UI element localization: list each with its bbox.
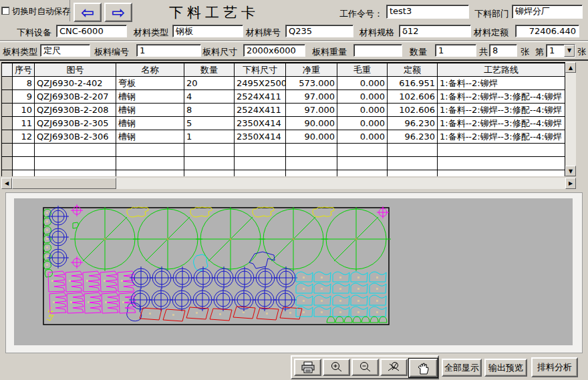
- separator-groove: [0, 40, 588, 42]
- blue-blob-part: [127, 303, 142, 321]
- header-divider: [69, 0, 70, 21]
- output-preview-button[interactable]: 输出预览: [484, 359, 527, 377]
- zoom-out-icon: [358, 361, 373, 373]
- col-drawing-no[interactable]: 图号: [35, 63, 116, 77]
- zoom-window-icon: [387, 361, 402, 373]
- nesting-analysis-button[interactable]: 排料分析: [531, 357, 578, 377]
- arrow-left-icon: ⇦: [81, 5, 94, 21]
- scroll-right-button[interactable]: ▶: [565, 178, 576, 189]
- print-icon: [301, 361, 315, 373]
- department-label: 下料部门: [474, 8, 509, 20]
- pan-hand-icon: [416, 362, 431, 375]
- plate-weight-input[interactable]: [353, 44, 402, 57]
- plate-type-input[interactable]: 定尺: [40, 44, 90, 57]
- plate-no-input[interactable]: 1: [136, 44, 201, 57]
- current-sheet-combo[interactable]: 1 ▼: [546, 44, 575, 57]
- material-quota-label: 材料定额: [474, 27, 508, 39]
- department-input[interactable]: 铆焊分厂: [512, 5, 583, 19]
- table-row[interactable]: 11 QZJ6930B-2-305 槽钢 5 2350X414 90.000 0…: [2, 117, 565, 130]
- material-grade-input[interactable]: Q235: [285, 25, 353, 37]
- combo-dropdown-button[interactable]: ▼: [564, 45, 575, 57]
- autosave-checkbox[interactable]: [1, 7, 9, 15]
- scroll-left-button[interactable]: ◀: [1, 178, 12, 189]
- zoom-window-button[interactable]: [380, 359, 408, 376]
- pan-button[interactable]: [409, 359, 438, 377]
- hscroll-track[interactable]: [116, 178, 565, 189]
- table-hscrollbar[interactable]: ◀ ▶: [1, 178, 576, 189]
- table-row[interactable]: 12 QZJ6930B-2-306 槽钢 1 2350X414 90.000 0…: [2, 130, 565, 144]
- chevron-down-icon: ▼: [567, 45, 571, 56]
- work-order-label: 工作令号：: [339, 8, 383, 20]
- magenta-comb-parts: [48, 271, 136, 313]
- plate-no-label: 板料编号: [94, 46, 129, 58]
- col-route[interactable]: 工艺路线: [438, 63, 565, 77]
- vscroll-track[interactable]: [565, 73, 576, 166]
- left-green-scallop-parts: [43, 209, 78, 277]
- green-bump-parts: [327, 317, 387, 323]
- device-label: 下料设备: [17, 27, 51, 39]
- total-sheets-label: 共: [479, 46, 488, 58]
- arrow-right-icon: ⇨: [112, 5, 125, 21]
- zoom-out-button[interactable]: [351, 359, 379, 376]
- arrow-left-small-icon: ◀: [5, 180, 9, 186]
- large-circle-parts: [70, 207, 391, 271]
- zoom-in-button[interactable]: [323, 359, 350, 376]
- blue-wavy-part: [249, 252, 275, 268]
- current-sheet-label: 第: [535, 46, 544, 58]
- arrow-down-icon: ▼: [569, 168, 573, 174]
- work-order-input[interactable]: test3: [386, 5, 469, 19]
- material-spec-label: 材料规格: [359, 27, 394, 39]
- print-button[interactable]: [294, 359, 321, 376]
- scroll-up-button[interactable]: ▲: [565, 62, 576, 73]
- hscroll-thumb[interactable]: [12, 178, 116, 189]
- material-quota-input[interactable]: 72406.440: [515, 25, 579, 37]
- col-net-weight[interactable]: 净重: [286, 63, 337, 77]
- total-sheets-input[interactable]: 8: [489, 44, 517, 57]
- arrow-up-icon: ▲: [569, 65, 573, 71]
- view-toolbar: [291, 355, 439, 379]
- material-spec-input[interactable]: δ12: [399, 25, 471, 37]
- table-row[interactable]: 8 QZJ6930-2-402 弯板 20 2495X2500 573.000 …: [2, 77, 565, 90]
- prev-record-button[interactable]: ⇦: [74, 3, 102, 22]
- plate-type-label: 板料类型: [3, 46, 37, 58]
- page-title: 下料工艺卡: [169, 3, 259, 22]
- scroll-down-button[interactable]: ▼: [565, 166, 576, 176]
- next-record-button[interactable]: ⇨: [104, 3, 132, 22]
- nesting-canvas[interactable]: [14, 198, 573, 345]
- row-selector-header: [2, 63, 13, 77]
- plate-weight-label: 板料重量: [312, 46, 347, 58]
- plate-size-input[interactable]: 2000x6000: [243, 44, 305, 57]
- col-seq[interactable]: 序号: [13, 63, 35, 77]
- col-qty[interactable]: 数量: [184, 63, 235, 77]
- table-vscrollbar[interactable]: ▲ ▼: [565, 62, 576, 176]
- table-empty-row[interactable]: [2, 144, 565, 157]
- parts-table: 序号 图号 名称 数量 下料尺寸 净重 毛重 定额 工艺路线 8 QZJ6930…: [1, 63, 565, 176]
- plate-size-label: 板料尺寸: [202, 46, 237, 58]
- col-name[interactable]: 名称: [116, 63, 184, 77]
- qty-input[interactable]: 1: [435, 44, 476, 57]
- autosave-label: 切换时自动保存: [12, 6, 71, 17]
- nesting-preview-svg[interactable]: [14, 198, 573, 345]
- col-gross-weight[interactable]: 毛重: [337, 63, 388, 77]
- parts-table-container: 序号 图号 名称 数量 下料尺寸 净重 毛重 定额 工艺路线 8 QZJ6930…: [1, 62, 565, 176]
- table-header-row: 序号 图号 名称 数量 下料尺寸 净重 毛重 定额 工艺路线: [2, 63, 565, 77]
- table-row[interactable]: 9 QZJ6930B-2-207 槽钢 4 2524X411 97.000 0.…: [2, 90, 565, 104]
- magenta-crosshair-parts: [71, 204, 389, 268]
- col-size[interactable]: 下料尺寸: [235, 63, 286, 77]
- col-quota[interactable]: 定额: [388, 63, 438, 77]
- current-sheet-unit: 张: [577, 46, 586, 58]
- cyan-blob-part: [194, 254, 208, 270]
- show-all-button[interactable]: 全部显示: [442, 359, 482, 377]
- device-input[interactable]: CNC-6000: [56, 25, 127, 37]
- cutting-process-card-window: { "window": { "title": "下料工艺卡" }, "heade…: [0, 0, 588, 380]
- arrow-right-small-icon: ▶: [569, 180, 573, 186]
- nesting-preview-panel: [5, 192, 583, 353]
- cyan-tile-grid-parts: [296, 272, 386, 317]
- table-empty-row[interactable]: [2, 170, 565, 177]
- current-sheet-value: 1: [547, 45, 564, 57]
- table-empty-row[interactable]: [2, 157, 565, 170]
- material-type-label: 材料类型: [134, 27, 168, 39]
- blue-circle-grid-parts: [129, 266, 297, 311]
- material-type-input[interactable]: 钢板: [172, 25, 243, 37]
- table-row[interactable]: 10 QZJ6930B-2-208 槽钢 8 2524X411 97.000 0…: [2, 104, 565, 117]
